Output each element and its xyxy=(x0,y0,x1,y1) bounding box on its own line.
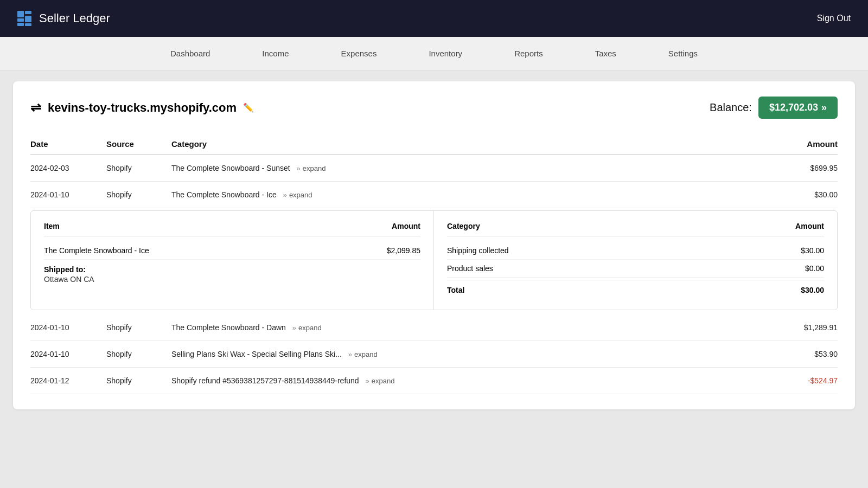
logo-icon xyxy=(17,11,33,26)
nav-item-inventory[interactable]: Inventory xyxy=(403,37,488,70)
tx-category: Selling Plans Ski Wax - Special Selling … xyxy=(171,350,762,358)
detail-right: Category Amount Shipping collected $30.0… xyxy=(434,211,837,310)
tx-source: Shopify xyxy=(106,164,171,172)
tx-source: Shopify xyxy=(106,376,171,385)
expand-chevron-icon: » xyxy=(297,164,301,172)
detail-item-row: The Complete Snowboard - Ice $2,099.85 xyxy=(44,242,420,260)
tx-amount: $1,289.91 xyxy=(762,323,838,332)
top-header: Seller Ledger Sign Out xyxy=(0,0,868,37)
detail-items-header: Item Amount xyxy=(44,222,420,236)
col-header-amount: Amount xyxy=(762,139,838,149)
tx-source: Shopify xyxy=(106,350,171,358)
nav-item-income[interactable]: Income xyxy=(236,37,315,70)
shipped-address: Ottawa ON CA xyxy=(44,275,420,284)
table-row: 2024-01-10 Shopify The Complete Snowboar… xyxy=(30,314,838,341)
tx-date: 2024-01-10 xyxy=(30,350,106,358)
expand-link[interactable]: » expand xyxy=(366,377,395,385)
table-row: 2024-02-03 Shopify The Complete Snowboar… xyxy=(30,155,838,182)
balance-label: Balance: xyxy=(710,101,752,114)
expand-chevron-icon: » xyxy=(348,350,352,358)
account-header: ⇌ kevins-toy-trucks.myshopify.com ✏️ Bal… xyxy=(30,97,838,119)
tx-amount: $53.90 xyxy=(762,350,838,358)
app-name: Seller Ledger xyxy=(39,11,110,25)
table-header: Date Source Category Amount xyxy=(30,134,838,155)
tx-category: Shopify refund #5369381257297-8815149384… xyxy=(171,376,762,385)
main-content: ⇌ kevins-toy-trucks.myshopify.com ✏️ Bal… xyxy=(0,70,868,420)
expand-link[interactable]: » expand xyxy=(297,164,326,172)
table-row: 2024-01-10 Shopify The Complete Snowboar… xyxy=(30,182,838,208)
tx-amount: -$524.97 xyxy=(762,376,838,385)
svg-rect-5 xyxy=(25,23,31,26)
svg-rect-3 xyxy=(25,16,31,22)
detail-cat-row: Product sales $0.00 xyxy=(447,260,824,278)
tx-date: 2024-01-10 xyxy=(30,190,106,199)
svg-rect-2 xyxy=(17,18,24,22)
tx-source: Shopify xyxy=(106,323,171,332)
detail-cat-header: Category Amount xyxy=(447,222,824,236)
detail-left: Item Amount The Complete Snowboard - Ice… xyxy=(31,211,434,310)
nav-item-dashboard[interactable]: Dashboard xyxy=(144,37,236,70)
col-header-date: Date xyxy=(30,139,106,149)
transfer-icon: ⇌ xyxy=(30,100,41,115)
balance-value: $12,702.03 xyxy=(769,102,818,113)
table-row: 2024-01-10 Shopify Selling Plans Ski Wax… xyxy=(30,341,838,368)
tx-date: 2024-01-12 xyxy=(30,376,106,385)
nav-bar: Dashboard Income Expenses Inventory Repo… xyxy=(0,37,868,70)
account-card: ⇌ kevins-toy-trucks.myshopify.com ✏️ Bal… xyxy=(13,81,855,409)
svg-rect-0 xyxy=(17,11,24,17)
tx-amount: $30.00 xyxy=(762,190,838,199)
detail-card: Item Amount The Complete Snowboard - Ice… xyxy=(30,210,838,310)
table-row: 2024-01-12 Shopify Shopify refund #53693… xyxy=(30,368,838,394)
tx-source: Shopify xyxy=(106,190,171,199)
col-header-category: Category xyxy=(171,139,762,149)
detail-cat-row: Shipping collected $30.00 xyxy=(447,242,824,260)
account-name: kevins-toy-trucks.myshopify.com xyxy=(48,101,237,115)
expand-link[interactable]: » expand xyxy=(283,191,312,199)
shipped-section: Shipped to: Ottawa ON CA xyxy=(44,260,420,289)
expand-chevron-icon: » xyxy=(292,324,296,332)
account-title: ⇌ kevins-toy-trucks.myshopify.com ✏️ xyxy=(30,100,254,115)
balance-area: Balance: $12,702.03 » xyxy=(710,97,838,119)
edit-icon[interactable]: ✏️ xyxy=(243,102,254,113)
svg-rect-1 xyxy=(25,11,31,14)
tx-category: The Complete Snowboard - Dawn » expand xyxy=(171,323,762,332)
col-header-source: Source xyxy=(106,139,171,149)
nav-item-reports[interactable]: Reports xyxy=(488,37,569,70)
detail-inner: Item Amount The Complete Snowboard - Ice… xyxy=(31,211,837,310)
logo-area: Seller Ledger xyxy=(17,11,110,26)
balance-badge: $12,702.03 » xyxy=(758,97,838,119)
tx-date: 2024-02-03 xyxy=(30,164,106,172)
balance-chevron: » xyxy=(821,102,827,113)
expand-chevron-icon: » xyxy=(283,191,287,199)
nav-item-taxes[interactable]: Taxes xyxy=(569,37,642,70)
nav-item-settings[interactable]: Settings xyxy=(642,37,724,70)
nav-item-expenses[interactable]: Expenses xyxy=(315,37,403,70)
tx-category: The Complete Snowboard - Ice » expand xyxy=(171,190,762,199)
shipped-label: Shipped to: xyxy=(44,265,420,274)
expand-chevron-icon: » xyxy=(366,377,369,385)
detail-total-row: Total $30.00 xyxy=(447,280,824,299)
sign-out-button[interactable]: Sign Out xyxy=(817,14,851,23)
tx-amount: $699.95 xyxy=(762,164,838,172)
tx-category: The Complete Snowboard - Sunset » expand xyxy=(171,164,762,172)
svg-rect-4 xyxy=(17,23,24,26)
expand-link[interactable]: » expand xyxy=(292,324,322,332)
expand-link[interactable]: » expand xyxy=(348,350,378,358)
tx-date: 2024-01-10 xyxy=(30,323,106,332)
